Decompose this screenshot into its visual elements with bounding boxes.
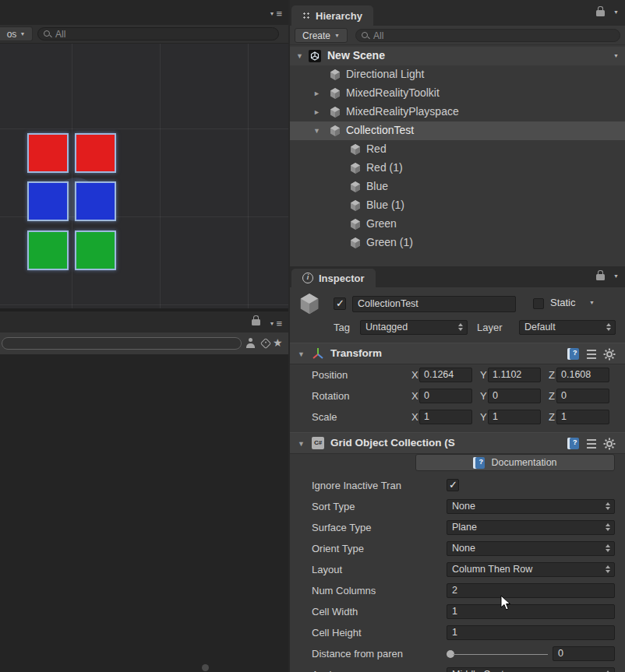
hierarchy-item[interactable]: Green	[290, 215, 625, 234]
ignore-inactive-tran-checkbox[interactable]	[447, 479, 459, 491]
active-checkbox[interactable]	[334, 297, 346, 310]
scale-row: Scale X 1 Y 1 Z 1	[290, 407, 625, 428]
scene-object-green-1[interactable]	[27, 230, 69, 270]
position-z-field[interactable]: 0.1608	[556, 368, 609, 382]
layout-dropdown[interactable]: Column Then Row	[447, 562, 615, 577]
hierarchy-tree: ▼ New Scene ▼ Directional Light►MixedRea…	[290, 45, 625, 263]
surface-type-dropdown[interactable]: Plane	[447, 520, 615, 535]
favorites-star-icon[interactable]: ★	[273, 337, 283, 348]
gizmos-dropdown[interactable]: os▼	[0, 26, 33, 41]
row-label: Scale	[312, 411, 337, 423]
property-row: LayoutColumn Then Row	[290, 561, 625, 582]
lock-icon[interactable]	[252, 319, 260, 325]
lock-icon[interactable]	[596, 10, 605, 16]
hierarchy-search-input[interactable]: All	[355, 29, 620, 42]
gameobject-name-field[interactable]: CollectionTest	[352, 296, 516, 312]
scene-object-green-2[interactable]	[75, 230, 116, 270]
panel-menu-caret-icon[interactable]: ▼	[613, 273, 619, 279]
panel-menu-caret-icon[interactable]: ▼	[613, 9, 619, 15]
hierarchy-item[interactable]: Red (1)	[290, 159, 625, 178]
project-search-input[interactable]	[2, 337, 242, 350]
position-row: Position X 0.1264 Y 1.1102 Z 0.1608	[290, 365, 625, 386]
hierarchy-item[interactable]: Green (1)	[290, 234, 625, 252]
property-label: Sort Type	[312, 501, 355, 512]
hierarchy-item[interactable]: Blue	[290, 178, 625, 196]
foldout-icon[interactable]: ►	[313, 90, 320, 97]
gear-icon[interactable]	[603, 438, 616, 450]
distance-from-paren-value-field[interactable]: 0	[553, 646, 615, 661]
scale-x-field[interactable]: 1	[419, 410, 472, 424]
rotation-z-field[interactable]: 0	[556, 389, 609, 403]
sort-type-dropdown[interactable]: None	[447, 499, 615, 514]
scene-viewport[interactable]	[0, 44, 288, 308]
static-checkbox[interactable]	[533, 298, 544, 309]
presets-icon[interactable]	[587, 350, 596, 359]
scene-menu-caret-icon[interactable]: ▼	[613, 53, 619, 58]
cell-height-field[interactable]: 1	[447, 625, 615, 640]
hierarchy-item[interactable]: ►MixedRealityToolkit	[290, 84, 625, 103]
collab-person-icon[interactable]	[245, 338, 256, 348]
scene-search-input[interactable]: All	[37, 27, 279, 40]
documentation-button[interactable]: Documentation	[415, 454, 615, 471]
layer-dropdown[interactable]: Default	[519, 320, 616, 335]
label-tag-icon[interactable]	[260, 338, 271, 349]
rotation-x-field[interactable]: 0	[419, 389, 472, 403]
scene-header-row[interactable]: ▼ New Scene ▼	[290, 47, 625, 65]
cube-icon	[349, 143, 362, 156]
foldout-icon[interactable]: ▼	[296, 52, 303, 60]
hierarchy-item[interactable]: ▼CollectionTest	[290, 121, 625, 140]
lock-icon[interactable]	[596, 274, 605, 280]
position-y-field[interactable]: 1.1102	[488, 368, 541, 382]
axis-y-label: Y	[480, 411, 487, 423]
hierarchy-item[interactable]: Blue (1)	[290, 196, 625, 215]
scene-panel: ▼≡ os▼ All ▼≡ ★	[0, 0, 288, 672]
hierarchy-item[interactable]: Red	[290, 140, 625, 159]
foldout-icon[interactable]: ▼	[313, 127, 320, 135]
scale-y-field[interactable]: 1	[488, 410, 541, 424]
help-book-icon[interactable]	[567, 438, 579, 449]
book-icon	[473, 457, 485, 469]
orient-type-dropdown[interactable]: None	[447, 541, 615, 556]
search-icon	[362, 32, 369, 40]
property-row: Sort TypeNone	[290, 498, 625, 519]
help-book-icon[interactable]	[567, 348, 579, 360]
gear-icon[interactable]	[603, 348, 616, 361]
anchor-dropdown[interactable]: Middle Center	[447, 667, 615, 672]
tag-dropdown[interactable]: Untagged	[360, 320, 468, 335]
search-placeholder: All	[373, 30, 383, 41]
grid-object-collection-header[interactable]: ▼ Grid Object Collection (S	[290, 432, 625, 454]
distance-from-paren-slider-track[interactable]	[453, 654, 548, 656]
presets-icon[interactable]	[587, 439, 596, 449]
unity-scene-icon	[309, 50, 321, 62]
static-dropdown-icon[interactable]: ▼	[589, 300, 595, 305]
num-columns-field[interactable]: 2	[447, 583, 615, 598]
position-x-field[interactable]: 0.1264	[419, 368, 472, 382]
scene-object-red-1[interactable]	[27, 133, 69, 173]
property-label: Ignore Inactive Tran	[312, 480, 401, 491]
property-label: Layout	[312, 564, 342, 575]
rotation-row: Rotation X 0 Y 0 Z 0	[290, 386, 625, 407]
rotation-y-field[interactable]: 0	[488, 389, 541, 403]
create-button[interactable]: Create▼	[295, 28, 348, 43]
hierarchy-item[interactable]: Directional Light	[290, 65, 625, 84]
hierarchy-item-label: Blue (1)	[366, 199, 404, 211]
inspector-tab-strip: Inspector ▼	[290, 266, 625, 287]
panel-menu-icon[interactable]: ▼≡	[269, 9, 282, 19]
scene-object-blue-2[interactable]	[75, 181, 116, 221]
property-row: Cell Width1	[290, 603, 625, 624]
foldout-icon[interactable]: ▼	[298, 350, 305, 358]
property-label: Num Columns	[312, 585, 376, 596]
transform-header[interactable]: ▼ Transform	[290, 343, 625, 364]
scale-z-field[interactable]: 1	[556, 410, 609, 424]
cell-width-field[interactable]: 1	[447, 604, 615, 619]
component-title: Transform	[330, 347, 382, 359]
foldout-icon[interactable]: ▼	[298, 440, 305, 448]
foldout-icon[interactable]: ►	[313, 108, 320, 116]
property-row: Distance from paren0	[290, 645, 625, 666]
panel-menu-icon[interactable]: ▼≡	[269, 318, 282, 329]
tab-inspector[interactable]: Inspector	[291, 269, 376, 287]
hierarchy-item[interactable]: ►MixedRealityPlayspace	[290, 103, 625, 121]
scene-object-red-2[interactable]	[75, 133, 116, 173]
scene-object-blue-1[interactable]	[27, 181, 69, 221]
tab-hierarchy[interactable]: Hierarchy	[291, 5, 373, 26]
